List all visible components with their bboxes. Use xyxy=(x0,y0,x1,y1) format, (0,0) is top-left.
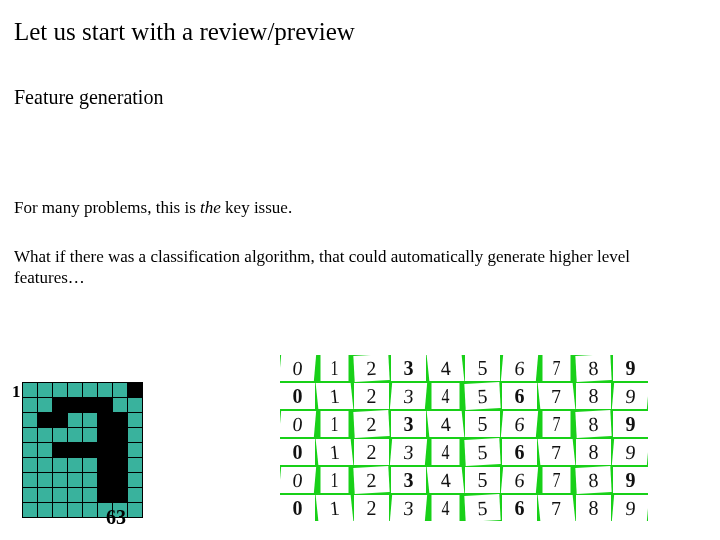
mosaic-cell: 5 xyxy=(464,494,500,522)
pixel-cell xyxy=(128,413,142,427)
pixel-grid-image xyxy=(22,382,143,518)
pixel-cell xyxy=(53,428,67,442)
mosaic-cell: 2 xyxy=(354,439,389,465)
pixel-cell xyxy=(98,428,112,442)
pixel-cell xyxy=(68,398,82,412)
body-line-1-post: key issue. xyxy=(221,198,292,217)
mosaic-cell: 9 xyxy=(612,495,649,521)
pixel-cell xyxy=(128,473,142,487)
mosaic-cell: 2 xyxy=(354,383,389,409)
pixel-cell xyxy=(113,458,127,472)
pixel-cell xyxy=(23,383,37,397)
pixel-cell xyxy=(23,443,37,457)
mosaic-cell: 3 xyxy=(391,467,426,493)
pixel-cell xyxy=(53,458,67,472)
pixel-cell xyxy=(23,488,37,502)
mosaic-cell: 2 xyxy=(354,495,389,521)
pixel-cell xyxy=(68,428,82,442)
pixel-cell xyxy=(113,443,127,457)
mosaic-cell: 8 xyxy=(575,354,611,382)
pixel-cell xyxy=(38,473,52,487)
pixel-cell xyxy=(68,503,82,517)
mosaic-cell: 0 xyxy=(280,439,315,465)
digit-mosaic-image: 0123456789012345678901234567890123456789… xyxy=(280,355,648,521)
mosaic-cell: 8 xyxy=(576,439,611,465)
pixel-cell xyxy=(83,488,97,502)
pixel-cell xyxy=(113,488,127,502)
pixel-cell xyxy=(23,398,37,412)
mosaic-cell: 2 xyxy=(353,410,389,438)
mosaic-cell: 8 xyxy=(575,410,611,438)
mosaic-cell: 1 xyxy=(316,495,354,521)
pixel-cell xyxy=(38,398,52,412)
mosaic-cell: 6 xyxy=(501,467,538,493)
pixel-cell xyxy=(128,398,142,412)
mosaic-cell: 6 xyxy=(501,411,538,437)
mosaic-cell: 2 xyxy=(353,466,389,494)
pixel-cell xyxy=(38,383,52,397)
mosaic-cell: 8 xyxy=(576,383,611,409)
mosaic-cell: 4 xyxy=(427,467,465,493)
mosaic-cell: 9 xyxy=(612,383,649,409)
pixel-cell xyxy=(68,383,82,397)
mosaic-cell: 7 xyxy=(538,495,576,521)
pixel-cell xyxy=(68,488,82,502)
mosaic-cell: 4 xyxy=(432,495,460,521)
pixel-cell xyxy=(83,458,97,472)
mosaic-cell: 4 xyxy=(427,355,465,381)
pixel-cell xyxy=(98,473,112,487)
pixel-cell xyxy=(38,488,52,502)
pixel-cell xyxy=(83,428,97,442)
pixel-cell xyxy=(113,398,127,412)
pixel-cell xyxy=(38,428,52,442)
mosaic-cell: 9 xyxy=(613,355,648,381)
mosaic-cell: 9 xyxy=(613,467,648,493)
pixel-cell xyxy=(38,503,52,517)
pixel-cell xyxy=(68,473,82,487)
pixel-cell xyxy=(38,458,52,472)
mosaic-cell: 3 xyxy=(391,411,426,437)
mosaic-cell: 9 xyxy=(612,439,649,465)
mosaic-cell: 8 xyxy=(575,466,611,494)
pixel-cell xyxy=(113,473,127,487)
mosaic-cell: 0 xyxy=(279,411,316,437)
slide-subtitle: Feature generation xyxy=(14,86,163,109)
mosaic-cell: 3 xyxy=(391,355,426,381)
slide-title: Let us start with a review/preview xyxy=(14,18,355,46)
pixel-cell xyxy=(98,458,112,472)
body-line-1-em: the xyxy=(200,198,221,217)
body-line-1-pre: For many problems, this is xyxy=(14,198,200,217)
pixel-cell xyxy=(113,383,127,397)
pixel-cell xyxy=(83,398,97,412)
mosaic-cell: 5 xyxy=(465,467,500,493)
mosaic-cell: 6 xyxy=(502,495,537,521)
mosaic-cell: 4 xyxy=(427,411,465,437)
pixel-cell xyxy=(128,503,142,517)
pixel-cell xyxy=(128,458,142,472)
pixel-cell xyxy=(83,443,97,457)
pixel-cell xyxy=(128,443,142,457)
mosaic-cell: 0 xyxy=(280,383,315,409)
pixel-cell xyxy=(68,413,82,427)
pixel-cell xyxy=(23,413,37,427)
pixel-cell xyxy=(53,503,67,517)
pixel-cell xyxy=(113,413,127,427)
pixel-cell xyxy=(113,428,127,442)
mosaic-cell: 8 xyxy=(576,495,611,521)
pixel-cell xyxy=(68,458,82,472)
body-line-2: What if there was a classification algor… xyxy=(14,246,694,289)
pixel-cell xyxy=(53,413,67,427)
mosaic-cell: 0 xyxy=(279,355,316,381)
pixel-cell xyxy=(53,443,67,457)
pixel-cell xyxy=(53,488,67,502)
mosaic-cell: 1 xyxy=(316,383,354,409)
mosaic-cell: 7 xyxy=(543,355,571,381)
pixel-cell xyxy=(23,503,37,517)
pixel-cell xyxy=(83,503,97,517)
mosaic-cell: 1 xyxy=(321,355,349,381)
mosaic-cell: 7 xyxy=(538,439,576,465)
pixel-cell xyxy=(128,383,142,397)
mosaic-cell: 9 xyxy=(613,411,648,437)
pixel-cell xyxy=(128,488,142,502)
pixel-cell xyxy=(83,383,97,397)
